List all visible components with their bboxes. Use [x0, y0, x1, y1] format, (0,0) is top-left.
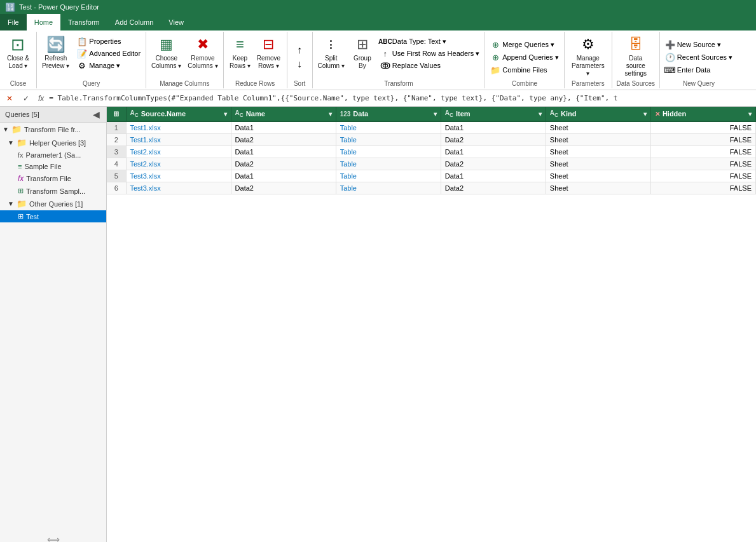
remove-columns-label: RemoveColumns ▾ — [188, 55, 217, 70]
data-source-settings-button[interactable]: 🗄 Data sourcesettings — [617, 33, 655, 79]
tab-view[interactable]: View — [161, 14, 191, 30]
sidebar-item-sample-file[interactable]: ≡ Sample File — [0, 161, 106, 172]
sidebar-header: Queries [5] ◀ — [0, 107, 106, 123]
keep-rows-label: KeepRows ▾ — [230, 55, 251, 70]
merge-queries-icon: ⊕ — [490, 39, 500, 50]
data-type-button[interactable]: ABC Data Type: Text ▾ — [378, 36, 482, 47]
remove-columns-button[interactable]: ✖ RemoveColumns ▾ — [185, 33, 220, 71]
advanced-editor-icon: 📝 — [77, 48, 87, 58]
kind-cell: Sheet — [546, 121, 650, 134]
source-name-label: Source.Name — [141, 110, 186, 118]
sort-desc-button[interactable]: ↓ — [294, 58, 305, 71]
sort-group-label: Sort — [294, 80, 305, 87]
refresh-preview-icon: 🔄 — [46, 34, 66, 55]
formula-input[interactable] — [49, 94, 753, 102]
replace-values-icon: ↂ — [380, 60, 390, 71]
data-filter[interactable]: ▾ — [434, 111, 437, 118]
new-query-group-label: New Query — [683, 80, 715, 87]
item-type: AC — [445, 109, 453, 118]
name-cell: Data2 — [231, 134, 336, 146]
append-queries-button[interactable]: ⊕ Append Queries ▾ — [488, 51, 561, 63]
ribbon-group-manage-columns: ▦ ChooseColumns ▾ ✖ RemoveColumns ▾ Mana… — [146, 32, 224, 88]
col-header-kind[interactable]: AC Kind ▾ — [546, 107, 650, 121]
item-cell: Data1 — [441, 121, 546, 134]
properties-label: Properties — [89, 37, 121, 45]
sidebar-resize-handle[interactable]: ⟺ — [0, 533, 107, 542]
ribbon-group-new-query: ➕ New Source ▾ 🕐 Recent Sources ▾ ⌨ Ente… — [660, 32, 738, 88]
close-load-button[interactable]: ⊡ Close &Load ▾ — [4, 33, 32, 71]
ribbon-group-sort: ↑ ↓ Sort — [287, 32, 313, 88]
col-header-data[interactable]: 123 Data ▾ — [336, 107, 441, 121]
new-source-button[interactable]: ➕ New Source ▾ — [663, 39, 724, 50]
manage-parameters-button[interactable]: ⚙ ManageParameters ▾ — [569, 33, 607, 79]
sidebar-group-other-queries[interactable]: ▼ 📁 Other Queries [1] — [0, 197, 106, 210]
name-filter[interactable]: ▾ — [329, 111, 332, 118]
data-cell: Table — [336, 146, 441, 158]
group-by-button[interactable]: ⊞ GroupBy — [350, 33, 375, 71]
sidebar-item-test[interactable]: ⊞ Test — [0, 210, 106, 222]
manage-parameters-icon: ⚙ — [578, 34, 598, 55]
col-header-hidden[interactable]: ✕ Hidden ▾ — [650, 107, 755, 121]
remove-rows-button[interactable]: ⊟ RemoveRows ▾ — [254, 33, 283, 71]
title-bar-text: Test - Power Query Editor — [19, 3, 99, 11]
col-header-source-name[interactable]: AC Source.Name ▾ — [126, 107, 231, 121]
keep-rows-icon: ≡ — [230, 34, 250, 55]
ribbon: ⊡ Close &Load ▾ Close 🔄 RefreshPreview ▾… — [0, 30, 756, 90]
kind-filter[interactable]: ▾ — [643, 111, 647, 118]
col-header-item[interactable]: AC Item ▾ — [441, 107, 546, 121]
parameter1-label: Parameter1 (Sa... — [26, 151, 81, 159]
item-cell: Data2 — [441, 134, 546, 146]
formula-accept-button[interactable]: ✓ — [19, 92, 33, 105]
properties-button[interactable]: 📋 Properties — [74, 36, 143, 47]
tab-add-column[interactable]: Add Column — [107, 14, 162, 30]
group-by-icon: ⊞ — [352, 34, 373, 55]
replace-values-button[interactable]: ↂ Replace Values — [378, 60, 482, 71]
name-cell: Data1 — [231, 170, 336, 182]
item-cell: Data2 — [441, 158, 546, 170]
advanced-editor-button[interactable]: 📝 Advanced Editor — [74, 48, 143, 59]
combine-files-label: Combine Files — [502, 66, 547, 74]
keep-rows-button[interactable]: ≡ KeepRows ▾ — [227, 33, 253, 71]
choose-columns-button[interactable]: ▦ ChooseColumns ▾ — [149, 33, 184, 71]
transform-file-fn-label: Transform File — [26, 175, 71, 182]
data-area: ⊞ AC Source.Name ▾ AC Name — [107, 107, 756, 542]
table-row: 3 Test2.xlsx Data1 Table Data1 Sheet FAL… — [107, 146, 756, 158]
manage-button[interactable]: ⚙ Manage ▾ — [74, 60, 143, 71]
tab-home[interactable]: Home — [27, 14, 60, 30]
col-header-name[interactable]: AC Name ▾ — [231, 107, 336, 121]
data-cell: Table — [336, 182, 441, 194]
sidebar-item-transform-sample[interactable]: ⊞ Transform Sampl... — [0, 185, 106, 197]
refresh-preview-button[interactable]: 🔄 RefreshPreview ▾ — [39, 33, 72, 71]
helper-queries-label: Helper Queries [3] — [29, 139, 86, 147]
fx-label: fx — [36, 94, 46, 103]
tab-file[interactable]: File — [0, 14, 27, 30]
source-name-filter[interactable]: ▾ — [224, 111, 227, 118]
table-row: 6 Test3.xlsx Data2 Table Data2 Sheet FAL… — [107, 182, 756, 194]
data-table: ⊞ AC Source.Name ▾ AC Name — [107, 107, 756, 194]
combine-files-icon: 📁 — [490, 65, 500, 75]
sidebar-item-transform-file-fn[interactable]: fx Transform File — [0, 172, 106, 185]
sidebar-item-parameter1[interactable]: fx Parameter1 (Sa... — [0, 149, 106, 161]
row-num-cell: 4 — [107, 158, 126, 170]
enter-data-button[interactable]: ⌨ Enter Data — [663, 64, 713, 76]
split-column-button[interactable]: ⫶ SplitColumn ▾ — [315, 33, 347, 71]
data-cell: Table — [336, 121, 441, 134]
formula-cancel-button[interactable]: ✕ — [3, 92, 17, 105]
sidebar-group-helper-queries[interactable]: ▼ 📁 Helper Queries [3] — [0, 136, 106, 149]
transform-file-fn-icon: fx — [18, 174, 24, 183]
hidden-filter[interactable]: ▾ — [748, 111, 752, 118]
new-source-icon: ➕ — [665, 39, 675, 50]
combine-files-button[interactable]: 📁 Combine Files — [488, 64, 549, 76]
row-num-cell: 6 — [107, 182, 126, 194]
sidebar-collapse-button[interactable]: ◀ — [92, 109, 101, 119]
sort-asc-button[interactable]: ↑ — [294, 44, 305, 57]
use-first-row-button[interactable]: ↑ Use First Row as Headers ▾ — [378, 48, 482, 59]
sidebar-group-transform-file[interactable]: ▼ 📁 Transform File fr... — [0, 123, 106, 136]
row-num-cell: 5 — [107, 170, 126, 182]
tab-transform[interactable]: Transform — [60, 14, 107, 30]
test-table-icon: ⊞ — [18, 212, 24, 220]
recent-sources-button[interactable]: 🕐 Recent Sources ▾ — [663, 51, 735, 63]
helper-queries-folder-icon: 📁 — [17, 138, 27, 147]
item-filter[interactable]: ▾ — [539, 111, 542, 118]
merge-queries-button[interactable]: ⊕ Merge Queries ▾ — [488, 39, 557, 50]
